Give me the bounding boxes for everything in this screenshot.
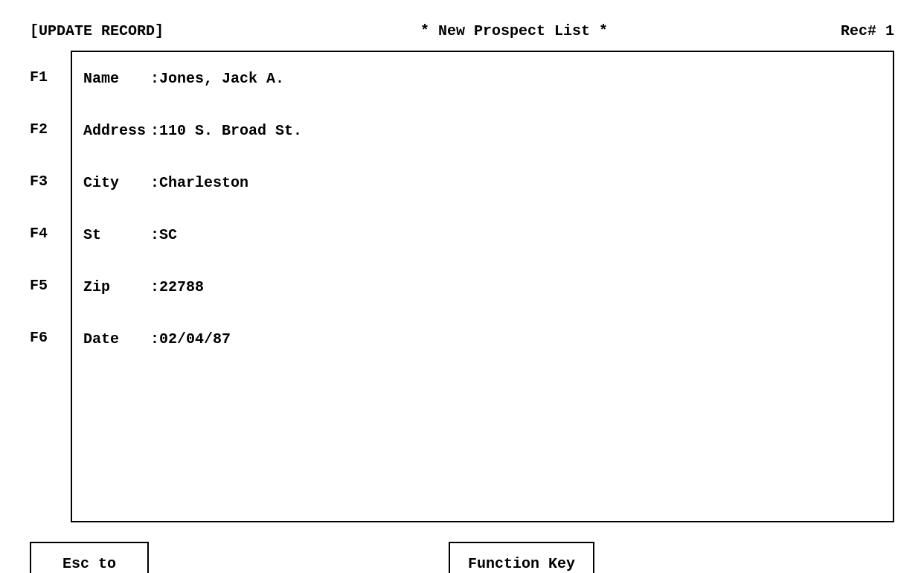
record-row-empty-2 [72,469,893,521]
fkey-label-f4: F4 [30,207,71,259]
record-row-empty-1 [72,417,893,469]
field-value-f2: 110 S. Broad St. [159,122,302,139]
field-separator-f1: : [150,70,159,87]
record-row-1: Name :Jones, Jack A. [72,52,893,104]
record-row-6: Date :02/04/87 [72,313,893,365]
field-label-f3: City [83,174,150,191]
bottom-area: Esc to Exit Function Key to update [30,522,894,573]
fkey-label-f1: F1 [30,51,71,103]
list-title: * New Prospect List * [420,22,608,39]
record-row-4: St :SC [72,208,893,260]
fkey-empty-1 [30,415,71,467]
field-value-f6: 02/04/87 [159,330,231,348]
field-value-f4: SC [159,226,177,243]
fkey-label-f2: F2 [30,103,71,155]
function-line1: Function Key [468,554,575,573]
function-key-button[interactable]: Function Key to update [449,542,594,573]
fkey-label-f5: F5 [30,259,71,311]
fkey-column: F1F2F3F4F5F6 [30,51,71,522]
fkey-empty-2 [30,467,71,519]
header-center: * New Prospect List * [238,22,790,39]
header-right: Rec# 1 [790,22,894,39]
record-row-3: City :Charleston [72,156,893,208]
fkey-label-f3: F3 [30,155,71,207]
field-label-f1: Name [83,70,150,87]
escape-button[interactable]: Esc to Exit [30,542,149,573]
field-separator-f6: : [150,330,159,348]
field-separator-f2: : [150,122,159,139]
record-row-5: Zip :22788 [72,260,893,313]
field-separator-f5: : [150,278,159,295]
field-value-f3: Charleston [159,174,248,191]
header-left: [UPDATE RECORD] [30,22,238,39]
field-label-f4: St [83,226,150,243]
record-row-empty-0 [72,365,893,417]
fkey-empty-0 [30,363,71,415]
header: [UPDATE RECORD] * New Prospect List * Re… [30,15,894,51]
field-value-f1: Jones, Jack A. [159,70,284,87]
update-record-label: [UPDATE RECORD] [30,22,164,39]
field-separator-f4: : [150,226,159,243]
record-number: Rec# 1 [841,22,894,39]
field-separator-f3: : [150,174,159,191]
record-box: Name :Jones, Jack A.Address:110 S. Broad… [71,51,894,522]
screen: [UPDATE RECORD] * New Prospect List * Re… [0,0,924,573]
field-label-f6: Date [83,330,150,348]
escape-line1: Esc to [49,554,129,573]
field-label-f2: Address [83,122,150,139]
field-value-f5: 22788 [159,278,204,295]
fkey-label-f6: F6 [30,311,71,363]
record-row-2: Address:110 S. Broad St. [72,104,893,156]
field-label-f5: Zip [83,278,150,295]
main-area: F1F2F3F4F5F6 Name :Jones, Jack A.Address… [30,51,894,522]
